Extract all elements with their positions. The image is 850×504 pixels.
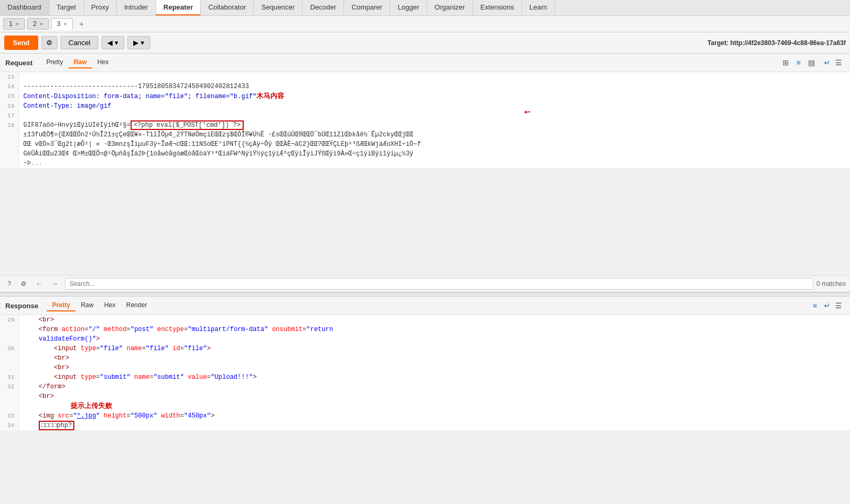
request-panel: Request Pretty Raw Hex ⊞ ≡ ▤ ↵ ☰ 13 14 — [0, 54, 850, 292]
response-tab-render[interactable]: Render — [121, 300, 152, 311]
nav-sequencer[interactable]: Sequencer — [254, 0, 303, 15]
code-line-cont: ÷Þ... — [0, 159, 850, 168]
list-icon[interactable]: ≡ — [794, 57, 803, 68]
request-title: Request — [5, 59, 32, 67]
request-header: Request Pretty Raw Hex ⊞ ≡ ▤ ↵ ☰ — [0, 54, 850, 72]
response-panel-icons: ≡ ↵ ☰ — [810, 300, 845, 311]
add-tab-button[interactable]: + — [75, 18, 88, 30]
response-code-area[interactable]: 29 <br> <form action="/" method="post" e… — [0, 315, 850, 504]
next-button[interactable]: ▶ ▾ — [127, 36, 150, 49]
nav-dashboard[interactable]: Dashboard — [0, 0, 49, 15]
request-search-settings-icon[interactable]: ⚙ — [18, 279, 30, 289]
code-line-18: 18 GIF87aôô÷HnvÿiŒÿiUIëIÿihŒ²§=<?php eva… — [0, 120, 850, 159]
request-code: 13 14 ------------------------------1795… — [0, 72, 850, 168]
tab-2-close[interactable]: × — [40, 21, 43, 27]
code-line-13: 13 — [0, 72, 850, 82]
response-tab-hex[interactable]: Hex — [99, 300, 121, 311]
response-panel: Response Pretty Raw Hex Render ≡ ↵ ☰ 29 … — [0, 297, 850, 504]
resp-line-33: 33 <img src="*.jpg" height="500px" width… — [0, 411, 850, 421]
top-nav: Dashboard Target Proxy Intruder Repeater… — [0, 0, 850, 16]
repeater-tab-3[interactable]: 3 × — [51, 18, 73, 30]
code-line-16: 16 Content-Type: image/gif — [0, 101, 850, 111]
response-menu-icon[interactable]: ☰ — [832, 300, 845, 311]
request-search-help-icon[interactable]: ? — [4, 279, 14, 289]
resp-line-34: 34 □□□□php? — [0, 421, 850, 430]
request-search-back-icon[interactable]: ← — [33, 279, 46, 289]
tab-3-close[interactable]: × — [64, 21, 67, 27]
wrap-icon[interactable]: ↵ — [824, 58, 830, 67]
response-tabs: Pretty Raw Hex Render — [47, 300, 152, 311]
response-tab-raw[interactable]: Raw — [75, 300, 99, 311]
response-code: 29 <br> <form action="/" method="post" e… — [0, 315, 850, 430]
target-label: Target: http://4f2e3803-7469-4c88-86ea-1… — [707, 39, 846, 47]
request-tab-hex[interactable]: Hex — [92, 57, 114, 68]
response-wrap-icon[interactable]: ↵ — [824, 301, 830, 310]
code-line-14: 14 ------------------------------1795180… — [0, 82, 850, 91]
request-tab-pretty[interactable]: Pretty — [41, 57, 68, 68]
repeater-tab-1[interactable]: 1 × — [3, 18, 25, 30]
grid-icon[interactable]: ⊞ — [780, 57, 792, 68]
response-header: Response Pretty Raw Hex Render ≡ ↵ ☰ — [0, 297, 850, 315]
nav-proxy[interactable]: Proxy — [84, 0, 117, 15]
request-tabs: Pretty Raw Hex — [41, 57, 114, 68]
prev-button[interactable]: ◀ ▾ — [101, 36, 124, 49]
nav-comparer[interactable]: Comparer — [344, 0, 390, 15]
resp-line-29: 29 <br> <form action="/" method="post" e… — [0, 315, 850, 344]
nav-organizer[interactable]: Organizer — [427, 0, 473, 15]
request-tab-raw[interactable]: Raw — [68, 57, 92, 68]
response-tab-pretty[interactable]: Pretty — [47, 300, 75, 311]
tab-1-close[interactable]: × — [16, 21, 19, 27]
section-divider — [0, 292, 850, 297]
menu-icon[interactable]: ☰ — [832, 57, 845, 68]
settings-button[interactable]: ⚙ — [41, 36, 57, 49]
nav-target[interactable]: Target — [49, 0, 84, 15]
request-panel-icons: ⊞ ≡ ▤ ↵ ☰ — [780, 57, 845, 68]
nav-intruder[interactable]: Intruder — [117, 0, 156, 15]
response-list-icon[interactable]: ≡ — [810, 300, 820, 311]
nav-logger[interactable]: Logger — [390, 0, 427, 15]
nav-extensions[interactable]: Extensions — [473, 0, 522, 15]
nav-learn[interactable]: Learn — [522, 0, 555, 15]
nav-decoder[interactable]: Decoder — [303, 0, 344, 15]
nav-repeater[interactable]: Repeater — [156, 0, 201, 15]
code-line-17: 17 — [0, 111, 850, 120]
code-line-15: 15 Content-Disposition: form-data; name=… — [0, 91, 850, 101]
tab-bar: 1 × 2 × 3 × + — [0, 16, 850, 32]
resp-line-31: 31 <input type="submit" name="submit" va… — [0, 372, 850, 382]
send-button[interactable]: Send — [4, 36, 38, 50]
request-search-bar: ? ⚙ ← → 0 matches — [0, 275, 850, 292]
request-search-count: 0 matches — [817, 280, 846, 288]
toolbar: Send ⚙ Cancel ◀ ▾ ▶ ▾ Target: http://4f2… — [0, 32, 850, 54]
response-title: Response — [5, 302, 38, 310]
resp-line-30: 30 <input type="file" name="file" id="fi… — [0, 344, 850, 372]
compact-icon[interactable]: ▤ — [805, 57, 818, 68]
request-search-input[interactable] — [65, 278, 813, 290]
repeater-tab-2[interactable]: 2 × — [27, 18, 49, 30]
cancel-button[interactable]: Cancel — [61, 36, 99, 49]
request-search-forward-icon[interactable]: → — [49, 279, 62, 289]
request-code-area[interactable]: 13 14 ------------------------------1795… — [0, 72, 850, 275]
resp-line-32: 32 </form> <br> 提示上传失败 — [0, 382, 850, 411]
nav-collaborator[interactable]: Collaborator — [201, 0, 254, 15]
